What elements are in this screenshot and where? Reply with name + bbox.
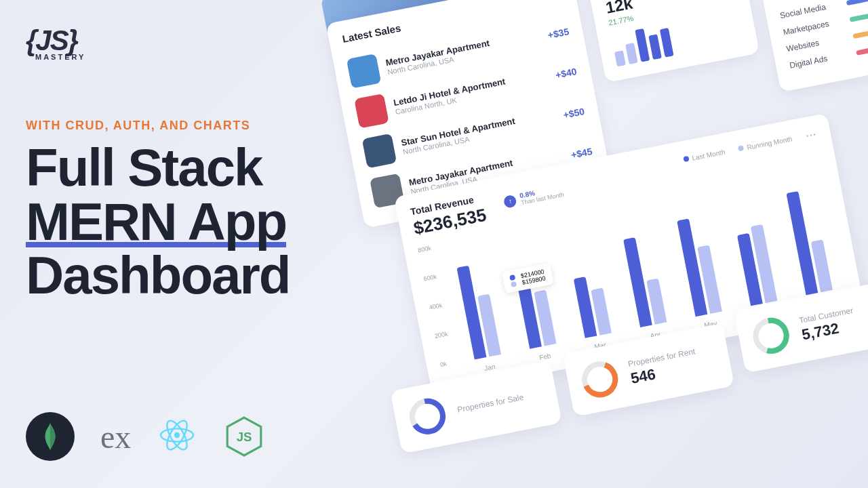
bar-last-month [573, 277, 597, 338]
logo-braces: {JS} [26, 24, 85, 57]
month-column: Jun [728, 182, 780, 320]
main-title: Full Stack MERN App Dashboard [26, 141, 290, 303]
tech-icons-row: ex JS [26, 412, 265, 461]
referral-label: Social Media [779, 0, 841, 20]
chart-legend: Last Month Running Month ⋯ [682, 127, 818, 166]
logo-mastery: MASTERY [35, 53, 85, 61]
referral-label: Websites [785, 33, 847, 54]
kebab-icon[interactable]: ⋯ [804, 127, 818, 142]
arrow-up-icon: ↑ [503, 194, 517, 208]
month-label: Feb [538, 352, 551, 361]
react-icon [157, 415, 197, 458]
donut-customer-icon [748, 312, 794, 359]
referral-bar [846, 0, 868, 5]
dashboard-preview: Latest Sales Metro Jayakar Apartment Nor… [321, 0, 868, 488]
mongodb-icon [26, 412, 75, 461]
month-column: Jan [452, 235, 504, 373]
month-column: Feb [507, 224, 559, 363]
nodejs-icon: JS [223, 415, 265, 458]
legend-last-month: Last Month [692, 148, 726, 161]
headline-block: WITH CRUD, AUTH, AND CHARTS Full Stack M… [26, 119, 290, 303]
node-label: JS [237, 430, 252, 444]
new-customers-card: 21.77% New Customers This Month 12k 21.7… [584, 0, 760, 83]
properties-sale-card: Properties for Sale [390, 360, 562, 453]
sale-thumb [354, 94, 389, 129]
title-line1: Full Stack [26, 138, 262, 197]
jsm-logo: {JS} MASTERY [26, 24, 85, 61]
legend-running-month: Running Month [747, 135, 793, 151]
sale-price: +$45 [570, 146, 593, 161]
donut-sale-icon [404, 393, 450, 439]
month-column: Jul [783, 171, 835, 309]
express-icon: ex [100, 418, 131, 455]
month-column: Apr [617, 203, 669, 342]
month-column: May [672, 192, 724, 331]
title-line2: MERN App [26, 195, 286, 249]
sale-price: +$40 [555, 66, 578, 81]
sale-price: +$35 [547, 26, 570, 41]
svg-point-3 [174, 432, 180, 438]
referrals-card: Property Referrals Social Media Marketpa… [760, 0, 868, 92]
sale-price: +$50 [562, 106, 585, 121]
month-column: Mar [561, 214, 614, 352]
referral-label: Marketpaces [783, 16, 844, 37]
donut-rent-icon [577, 357, 623, 403]
title-line3: Dashboard [26, 245, 290, 305]
sale-thumb [347, 54, 382, 89]
subtitle: WITH CRUD, AUTH, AND CHARTS [26, 119, 290, 133]
sale-thumb [362, 134, 397, 169]
referral-label: Digital Ads [789, 49, 850, 70]
sale-stat-label: Properties for Sale [456, 392, 524, 415]
